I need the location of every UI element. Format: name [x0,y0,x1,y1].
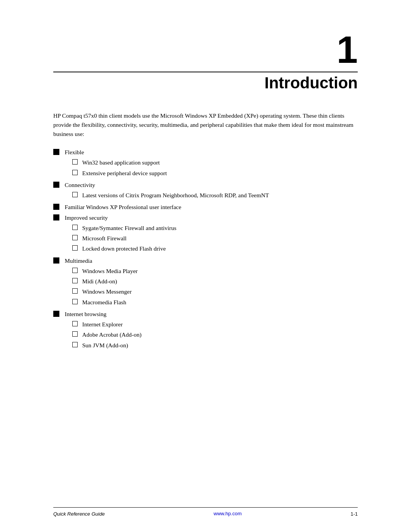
open-bullet-icon [72,170,78,175]
open-bullet-icon [72,299,78,304]
sub-item-text: Win32 based application support [82,158,160,167]
sub-item-text: Windows Media Player [82,267,138,275]
main-bullet-list: Flexible Win32 based application support… [53,148,358,350]
sub-item-text: Internet Explorer [82,320,123,329]
sub-item-text: Midi (Add-on) [82,277,117,286]
list-item: Flexible Win32 based application support… [53,148,358,177]
sub-list-item: Microsoft Firewall [72,234,358,243]
open-bullet-icon [72,235,78,240]
open-bullet-icon [72,342,78,347]
sub-item-text: Sygate/Symantec Firewall and antivirus [82,224,177,232]
sub-item-text: Extensive peripheral device support [82,169,167,177]
footer-link[interactable]: www.hp.com [213,511,242,516]
sub-list-item: Extensive peripheral device support [72,169,358,177]
sub-list-item: Sun JVM (Add-on) [72,341,358,350]
open-bullet-icon [72,225,78,230]
sub-item-text: Windows Messenger [82,287,132,296]
chapter-number: 1 [53,30,358,69]
sub-item-text: Sun JVM (Add-on) [82,341,128,350]
sub-item-text: Latest versions of Citrix Program Neighb… [82,191,269,200]
filled-bullet-icon [53,182,59,188]
sub-item-text: Microsoft Firewall [82,234,127,243]
list-item: Multimedia Windows Media Player Midi (Ad… [53,256,358,307]
bullet-label: Flexible [65,148,84,157]
chapter-title: Introduction [53,74,358,92]
page-footer: Quick Reference Guide www.hp.com 1-1 [53,507,358,517]
footer-page-number: 1-1 [350,511,358,517]
filled-bullet-icon [53,204,59,210]
filled-bullet-icon [53,214,59,220]
open-bullet-icon [72,268,78,273]
bullet-label: Multimedia [65,256,92,265]
list-item: Connectivity Latest versions of Citrix P… [53,181,358,200]
filled-bullet-icon [53,311,59,317]
list-item: Improved security Sygate/Symantec Firewa… [53,213,358,253]
open-bullet-icon [72,245,78,251]
chapter-divider [53,72,358,72]
sub-list-item: Internet Explorer [72,320,358,329]
filled-bullet-icon [53,149,59,155]
open-bullet-icon [72,321,78,326]
sub-list-item: Locked down protected Flash drive [72,244,358,253]
sub-list-item: Win32 based application support [72,158,358,167]
open-bullet-icon [72,331,78,337]
bullet-label: Familiar Windows XP Professional user in… [65,203,181,211]
open-bullet-icon [72,288,78,294]
open-bullet-icon [72,192,78,197]
sub-list-item: Midi (Add-on) [72,277,358,286]
sub-item-text: Locked down protected Flash drive [82,244,166,253]
bullet-label: Internet browsing [65,310,107,318]
sub-list-item: Adobe Acrobat (Add-on) [72,330,358,339]
list-item: Familiar Windows XP Professional user in… [53,203,358,211]
page: 1 Introduction HP Compaq t57x0 thin clie… [0,0,411,532]
sub-list-item: Latest versions of Citrix Program Neighb… [72,191,358,200]
sub-list-item: Sygate/Symantec Firewall and antivirus [72,224,358,232]
open-bullet-icon [72,278,78,283]
bullet-label: Connectivity [65,181,95,189]
list-item: Internet browsing Internet Explorer Adob… [53,310,358,350]
sub-list-item: Macromedia Flash [72,298,358,307]
sub-item-text: Adobe Acrobat (Add-on) [82,330,142,339]
filled-bullet-icon [53,257,59,264]
footer-url[interactable]: www.hp.com [213,511,242,517]
sub-list-item: Windows Media Player [72,267,358,275]
sub-list-item: Windows Messenger [72,287,358,296]
intro-paragraph: HP Compaq t57x0 thin client models use t… [53,111,358,139]
sub-item-text: Macromedia Flash [82,298,126,307]
footer-guide-label: Quick Reference Guide [53,511,105,517]
open-bullet-icon [72,159,78,165]
bullet-label: Improved security [65,213,108,222]
